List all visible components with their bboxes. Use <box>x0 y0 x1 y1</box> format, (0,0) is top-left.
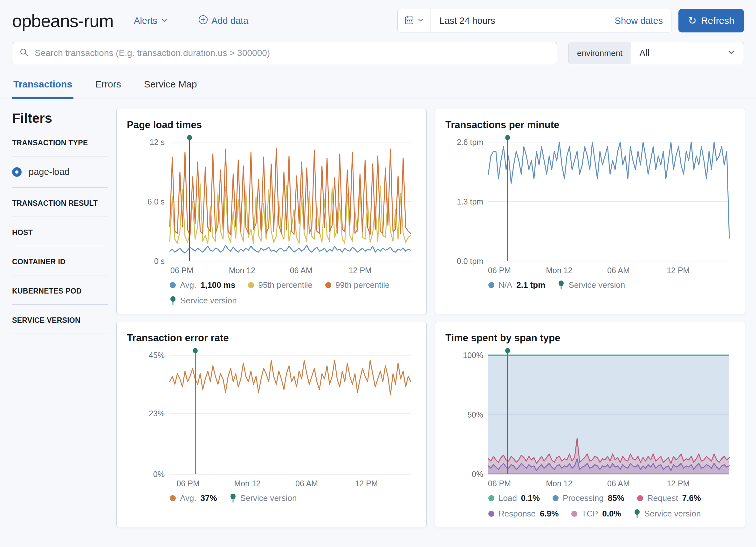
svg-text:12 PM: 12 PM <box>349 266 372 275</box>
tab-bar: TransactionsErrorsService Map <box>0 76 756 99</box>
legend-label: Avg. <box>180 280 196 290</box>
legend-item-service-version[interactable]: Service version <box>230 493 297 503</box>
refresh-button[interactable]: ↻ Refresh <box>678 9 744 32</box>
svg-text:Mon 12: Mon 12 <box>546 266 572 275</box>
legend-label: Service version <box>644 509 701 519</box>
svg-text:06 AM: 06 AM <box>290 266 313 275</box>
page-header: opbeans-rum Alerts Add data <box>0 0 756 34</box>
svg-text:0 s: 0 s <box>154 256 165 265</box>
chart-card-transactions-per-minute: Transactions per minute2.6 tpm1.3 tpm0.0… <box>435 109 745 314</box>
legend-item-avg[interactable]: Avg.1,100 ms <box>170 280 235 290</box>
legend-item-response[interactable]: Response6.9% <box>488 509 559 519</box>
header-controls: Last 24 hours Show dates ↻ Refresh <box>397 9 744 32</box>
legend-item-n-a[interactable]: N/A2.1 tpm <box>488 280 545 290</box>
environment-select[interactable]: All <box>631 42 744 64</box>
date-picker-quick-menu[interactable] <box>398 9 430 32</box>
series-color-dot <box>170 495 176 501</box>
filter-group-kubernetes-pod: KUBERNETES POD <box>12 287 108 305</box>
tab-errors[interactable]: Errors <box>94 76 122 99</box>
filter-group-title: CONTAINER ID <box>12 257 108 266</box>
svg-text:06 PM: 06 PM <box>488 479 511 488</box>
legend-item-request[interactable]: Request7.6% <box>637 493 701 503</box>
series-color-dot <box>571 511 577 517</box>
legend-item-processing[interactable]: Processing85% <box>553 493 624 503</box>
series-color-dot <box>553 495 559 501</box>
svg-text:23%: 23% <box>149 409 165 418</box>
filter-group-title: SERVICE VERSION <box>12 316 108 325</box>
svg-text:12 PM: 12 PM <box>667 479 690 488</box>
alerts-label: Alerts <box>134 16 157 26</box>
filter-group-container-id: CONTAINER ID <box>12 257 108 276</box>
svg-text:100%: 100% <box>463 351 483 360</box>
service-title: opbeans-rum <box>12 10 113 31</box>
svg-text:6.0 s: 6.0 s <box>148 197 165 206</box>
filter-groups: TRANSACTION TYPEpage-loadTRANSACTION RES… <box>12 139 108 334</box>
time-range-value[interactable]: Last 24 hours <box>430 16 495 26</box>
filters-title: Filters <box>12 111 108 126</box>
chart-legend: N/A2.1 tpmService version <box>488 280 735 290</box>
series-color-dot <box>637 495 643 501</box>
show-dates-button[interactable]: Show dates <box>615 16 671 26</box>
chart-legend: Avg.37%Service version <box>170 493 417 503</box>
filter-group-host: HOST <box>12 228 108 246</box>
legend-label: Load <box>498 493 517 503</box>
legend-value: 6.9% <box>540 509 559 519</box>
filter-option-label: page-load <box>29 167 70 177</box>
filter-option-page-load[interactable]: page-load <box>12 156 108 187</box>
environment-label: environment <box>569 42 631 64</box>
legend-item-service-version[interactable]: Service version <box>170 296 237 306</box>
svg-text:12 s: 12 s <box>150 138 165 147</box>
legend-item-tcp[interactable]: TCP0.0% <box>571 509 621 519</box>
svg-text:06 PM: 06 PM <box>488 266 511 275</box>
legend-item-service-version[interactable]: Service version <box>558 280 625 290</box>
svg-text:50%: 50% <box>467 410 483 419</box>
chart-title: Transaction error rate <box>127 332 417 344</box>
svg-text:Mon 12: Mon 12 <box>234 479 260 488</box>
svg-text:06 PM: 06 PM <box>176 479 199 488</box>
content: Filters TRANSACTION TYPEpage-loadTRANSAC… <box>0 99 756 527</box>
legend-item-95th-percentile[interactable]: 95th percentile <box>248 280 313 290</box>
search-box <box>12 42 557 64</box>
legend-value: 0.1% <box>521 493 540 503</box>
search-input[interactable] <box>34 48 550 58</box>
svg-text:45%: 45% <box>149 351 165 360</box>
svg-text:0%: 0% <box>472 470 483 479</box>
filter-group-transaction-type: TRANSACTION TYPEpage-load <box>12 139 108 188</box>
svg-text:1.3 tpm: 1.3 tpm <box>457 197 483 206</box>
chevron-down-icon <box>161 16 168 26</box>
tab-service-map[interactable]: Service Map <box>143 76 198 99</box>
legend-item-99th-percentile[interactable]: 99th percentile <box>325 280 390 290</box>
svg-text:06 PM: 06 PM <box>170 266 193 275</box>
chart-title: Transactions per minute <box>445 119 735 131</box>
radio-selected-icon[interactable] <box>12 167 22 177</box>
svg-text:0%: 0% <box>153 470 165 479</box>
service-version-pin-icon <box>634 509 640 519</box>
legend-item-service-version[interactable]: Service version <box>634 509 701 519</box>
chart-title: Page load times <box>127 119 417 131</box>
series-color-dot <box>248 282 254 288</box>
series-color-dot <box>488 495 494 501</box>
chart-title: Time spent by span type <box>445 332 735 344</box>
refresh-label: Refresh <box>701 15 734 26</box>
legend-label: Avg. <box>180 493 196 503</box>
legend-label: Processing <box>563 493 604 503</box>
filters-sidebar: Filters TRANSACTION TYPEpage-loadTRANSAC… <box>12 109 108 527</box>
date-picker: Last 24 hours Show dates <box>397 9 671 32</box>
tab-transactions[interactable]: Transactions <box>12 76 73 99</box>
chart-card-time-spent-by-span-type: Time spent by span type100%50%0%06 PMMon… <box>435 322 745 527</box>
filter-group-title: KUBERNETES POD <box>12 287 108 296</box>
legend-value: 0.0% <box>602 509 621 519</box>
environment-value: All <box>639 48 649 58</box>
legend-label: Service version <box>568 280 625 290</box>
legend-item-load[interactable]: Load0.1% <box>488 493 540 503</box>
chart-card-page-load-times: Page load times12 s6.0 s0 s06 PMMon 1206… <box>116 109 427 314</box>
legend-label: 95th percentile <box>258 280 313 290</box>
chart-legend: Avg.1,100 ms95th percentile99th percenti… <box>170 280 417 306</box>
alerts-menu[interactable]: Alerts <box>134 16 168 26</box>
chevron-down-icon <box>417 17 424 24</box>
legend-label: 99th percentile <box>335 280 390 290</box>
add-data-link[interactable]: Add data <box>198 15 248 27</box>
legend-label: Service version <box>180 296 237 306</box>
charts-grid: Page load times12 s6.0 s0 s06 PMMon 1206… <box>116 109 745 527</box>
legend-item-avg[interactable]: Avg.37% <box>170 493 217 503</box>
